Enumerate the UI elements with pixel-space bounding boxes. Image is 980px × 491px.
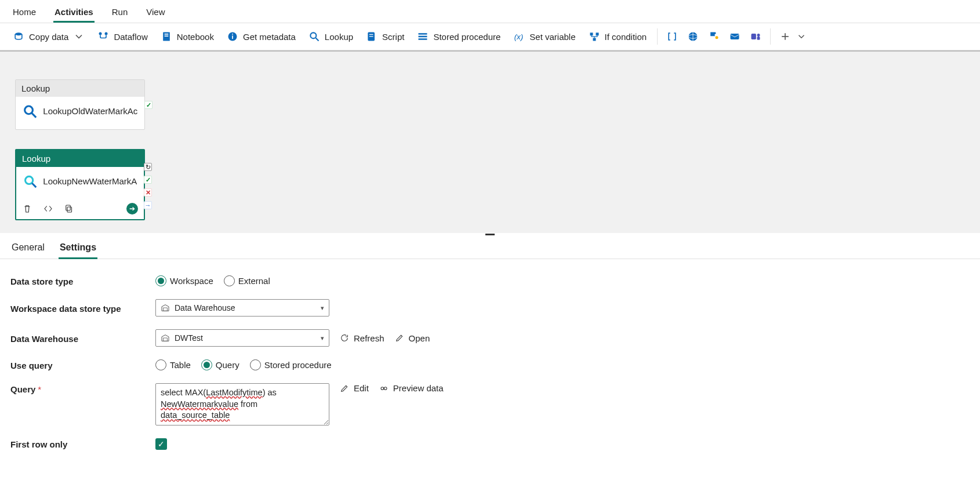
svg-rect-14 [419, 33, 427, 35]
run-icon[interactable]: ➔ [126, 203, 138, 214]
info-icon [227, 31, 238, 42]
action-edit-label: Edit [354, 383, 369, 393]
outcome-fail-icon[interactable]: ✕ [144, 188, 152, 197]
tool-copy-data[interactable]: Copy data [7, 28, 90, 45]
tool-set-variable-label: Set variable [529, 32, 575, 42]
tab-activities[interactable]: Activities [53, 5, 95, 23]
outcome-skip-icon[interactable]: → [144, 201, 152, 209]
svg-point-33 [26, 176, 33, 184]
activity-card-footer: ➔ [16, 199, 144, 219]
svg-rect-26 [752, 34, 756, 39]
query-textarea[interactable]: select MAX(LastModifytime) asNewWatermar… [155, 383, 329, 425]
edit-icon [395, 333, 404, 343]
tool-lookup-label: Lookup [325, 32, 353, 42]
tool-script[interactable]: Script [360, 28, 410, 45]
svg-rect-18 [590, 32, 593, 35]
radio-sp-label: Stored procedure [264, 360, 332, 370]
select-value: DWTest [175, 333, 203, 343]
delete-icon[interactable] [22, 203, 32, 214]
radio-stored-procedure[interactable]: Stored procedure [250, 359, 332, 370]
svg-line-32 [32, 113, 36, 117]
eye-icon [379, 384, 389, 393]
checkbox-first-row-only[interactable]: ✓ [155, 438, 167, 450]
pipeline-canvas[interactable]: Lookup LookupOldWaterMarkActivity ✓ Look… [0, 50, 980, 233]
brackets-icon [666, 31, 678, 42]
prop-tab-settings[interactable]: Settings [59, 239, 97, 259]
svg-rect-12 [369, 34, 373, 35]
tool-if-condition[interactable]: If condition [583, 28, 653, 45]
svg-point-2 [105, 32, 108, 35]
flag-icon [708, 31, 720, 42]
tool-add[interactable] [775, 27, 795, 46]
search-icon [308, 31, 320, 42]
svg-point-0 [15, 32, 22, 35]
select-value: Data Warehouse [175, 303, 235, 312]
radio-workspace[interactable]: Workspace [155, 275, 213, 286]
chevron-down-icon [73, 31, 85, 42]
property-tabs: General Settings [0, 233, 980, 259]
radio-workspace-label: Workspace [170, 276, 213, 286]
edit-icon [340, 384, 349, 393]
tool-dataflow-label: Dataflow [114, 32, 147, 42]
toolbar-separator [657, 28, 658, 45]
tool-extra-5[interactable] [746, 27, 765, 46]
svg-point-40 [384, 387, 387, 390]
tool-dataflow[interactable]: Dataflow [92, 28, 153, 45]
svg-rect-20 [593, 38, 596, 41]
select-workspace-data-store-type[interactable]: Data Warehouse ▾ [155, 299, 329, 317]
svg-rect-28 [757, 37, 760, 40]
tool-copy-data-label: Copy data [29, 32, 68, 42]
action-refresh-label: Refresh [354, 333, 384, 343]
radio-external-label: External [238, 276, 270, 286]
copy-icon[interactable] [64, 203, 74, 214]
branch-icon [589, 31, 600, 42]
svg-rect-36 [66, 205, 71, 210]
tool-set-variable[interactable]: (x) Set variable [507, 28, 581, 45]
action-open[interactable]: Open [395, 333, 430, 343]
svg-point-31 [25, 106, 33, 114]
prop-tab-general[interactable]: General [10, 239, 46, 259]
code-icon[interactable] [43, 203, 53, 214]
settings-form: Data store type Workspace External Works… [0, 259, 980, 480]
tab-home[interactable]: Home [12, 5, 37, 23]
svg-line-34 [32, 183, 36, 187]
action-preview-data[interactable]: Preview data [379, 383, 444, 393]
label-workspace-data-store-type: Workspace data store type [10, 303, 155, 314]
activity-card-lookup-new[interactable]: Lookup LookupNewWaterMarkActivity ➔ ↻ ✓ … [15, 149, 145, 220]
tool-add-more[interactable] [796, 27, 807, 46]
chevron-down-icon: ▾ [321, 334, 324, 342]
tab-run[interactable]: Run [111, 5, 129, 23]
chevron-down-icon: ▾ [321, 304, 324, 312]
action-edit-query[interactable]: Edit [340, 383, 369, 393]
svg-rect-37 [164, 308, 168, 311]
svg-point-1 [99, 32, 102, 35]
svg-rect-4 [164, 34, 168, 35]
tool-extra-2[interactable] [683, 27, 703, 46]
outcome-success-icon[interactable]: ✓ [144, 176, 152, 184]
radio-table[interactable]: Table [155, 359, 191, 370]
activities-toolbar: Copy data Dataflow Notebook Get metadata… [0, 23, 980, 50]
script-icon [366, 31, 378, 42]
notebook-icon [161, 31, 172, 42]
tool-stored-procedure[interactable]: Stored procedure [411, 28, 506, 45]
radio-external[interactable]: External [224, 275, 270, 286]
refresh-icon [340, 333, 349, 343]
outcome-success-icon[interactable]: ✓ [144, 101, 153, 109]
radio-query[interactable]: Query [201, 359, 239, 370]
radio-table-label: Table [170, 360, 191, 370]
tool-get-metadata[interactable]: Get metadata [221, 28, 302, 45]
teams-icon [750, 31, 761, 42]
tool-lookup[interactable]: Lookup [303, 28, 359, 45]
action-refresh[interactable]: Refresh [340, 333, 384, 343]
tool-extra-4[interactable] [725, 27, 745, 46]
svg-rect-19 [596, 32, 598, 35]
tool-notebook[interactable]: Notebook [155, 28, 220, 45]
panel-resize-handle[interactable] [485, 234, 495, 235]
tab-view[interactable]: View [145, 5, 166, 23]
tool-extra-1[interactable] [662, 27, 682, 46]
outcome-retry-icon[interactable]: ↻ [144, 163, 152, 171]
activity-type-label: Lookup [16, 80, 144, 97]
select-data-warehouse[interactable]: DWTest ▾ [155, 329, 329, 347]
activity-card-lookup-old[interactable]: Lookup LookupOldWaterMarkActivity ✓ [15, 79, 145, 130]
tool-extra-3[interactable] [704, 27, 724, 46]
